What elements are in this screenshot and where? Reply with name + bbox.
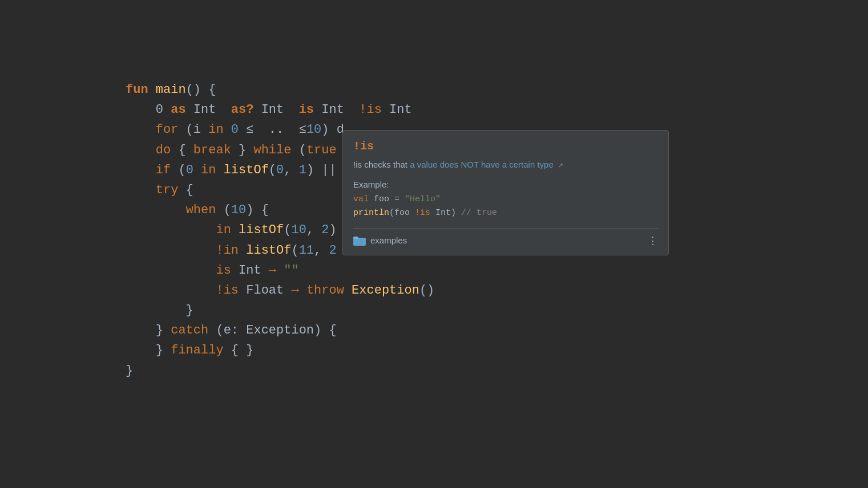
tooltip-example-label: Example: <box>353 180 658 189</box>
code-line-1: fun main() { <box>126 80 868 100</box>
folder-name: examples <box>370 235 407 245</box>
folder-icon <box>353 235 366 246</box>
code-line-15: } <box>126 361 868 381</box>
code-line-14: } finally { } <box>126 340 868 360</box>
code-line-13: } catch (e: Exception) { <box>126 320 868 340</box>
tooltip-desc-blue: a value does NOT have a certain type <box>410 160 554 169</box>
code-line-11: !is Float → throw Exception() <box>126 280 868 300</box>
tooltip-code-line2: println(foo !is Int) // true <box>353 206 658 220</box>
tooltip-description: !is checks that a value does NOT have a … <box>353 158 658 172</box>
tooltip-popup: !is !is checks that a value does NOT hav… <box>342 130 669 255</box>
code-line-10: is Int → "" <box>126 261 868 280</box>
svg-rect-2 <box>354 239 365 245</box>
tooltip-desc-plain: !is checks that <box>353 160 410 169</box>
more-options-button[interactable]: ⋮ <box>648 234 658 247</box>
tooltip-code-block: val foo = "Hello" println(foo !is Int) /… <box>353 193 658 220</box>
svg-rect-1 <box>353 237 358 239</box>
code-line-12: } <box>126 300 868 320</box>
tooltip-folder-item: examples <box>353 235 407 246</box>
tooltip-title: !is <box>353 140 658 153</box>
code-line-2: 0 as Int as? Int is Int !is Int <box>126 100 868 120</box>
tooltip-footer: examples ⋮ <box>353 228 658 247</box>
external-link-icon[interactable]: ↗ <box>558 160 563 170</box>
tooltip-code-line1: val foo = "Hello" <box>353 193 658 206</box>
